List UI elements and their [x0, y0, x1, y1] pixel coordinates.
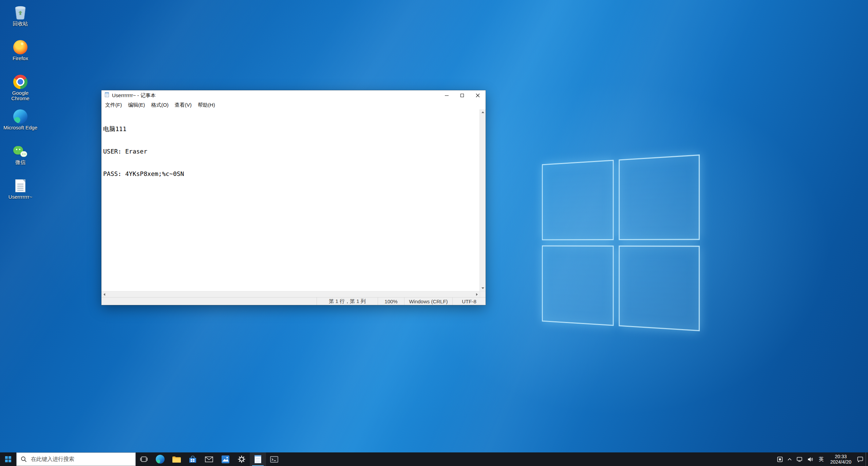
- clock-date: 2024/4/20: [830, 459, 851, 465]
- desktop-icon-column: 回收站 Firefox Google Chrome Microsoft Edge…: [3, 5, 38, 208]
- windows-logo-pane: [619, 246, 700, 331]
- notepad-app-icon: [104, 92, 110, 99]
- minimize-icon: [445, 95, 449, 96]
- search-icon: [21, 456, 27, 462]
- menu-item-file[interactable]: 文件(F): [102, 101, 125, 109]
- close-button[interactable]: [470, 90, 486, 101]
- settings-gear-icon: [238, 455, 246, 463]
- clock[interactable]: 20:33 2024/4/20: [827, 452, 855, 466]
- windows-logo-pane: [542, 246, 614, 326]
- show-desktop-button[interactable]: [866, 452, 868, 466]
- chevron-up-icon: [788, 458, 792, 461]
- network-button[interactable]: [794, 452, 805, 466]
- text-line: PASS: 4YKsP8xem;%c~0SN: [103, 170, 479, 178]
- photos-button[interactable]: [217, 452, 233, 466]
- file-explorer-icon: [172, 456, 181, 463]
- notepad-icon: [254, 455, 261, 463]
- status-zoom-level: 100%: [378, 298, 404, 305]
- desktop-icon-label: 微信: [15, 160, 25, 165]
- horizontal-scrollbar[interactable]: [101, 291, 480, 297]
- windows-logo-pane: [542, 160, 614, 240]
- hidden-icons-button[interactable]: [785, 452, 794, 466]
- text-file-icon: [13, 178, 28, 194]
- maximize-button[interactable]: [454, 90, 470, 101]
- windows-logo-pane: [619, 155, 700, 240]
- action-center-icon: [857, 456, 863, 462]
- wechat-icon: [13, 143, 28, 159]
- start-button[interactable]: [0, 452, 16, 466]
- menu-item-help[interactable]: 帮助(H): [195, 101, 218, 109]
- settings-button[interactable]: [233, 452, 250, 466]
- desktop-icon-wechat[interactable]: 微信: [3, 143, 38, 173]
- action-center-button[interactable]: [855, 452, 866, 466]
- desktop-icon-edge[interactable]: Microsoft Edge: [3, 109, 38, 139]
- tray-app-icon: [777, 456, 783, 462]
- arrow-left-icon: [103, 293, 105, 296]
- desktop-icon-label: Firefox: [13, 56, 28, 61]
- mail-button[interactable]: [201, 452, 217, 466]
- windows-logo: [542, 155, 700, 331]
- ime-language-indicator[interactable]: 英: [816, 452, 827, 466]
- search-input[interactable]: [30, 456, 131, 463]
- menu-item-edit[interactable]: 编辑(E): [125, 101, 148, 109]
- windows-start-icon: [5, 456, 11, 462]
- status-encoding: UTF-8: [452, 298, 486, 305]
- arrow-right-icon: [476, 293, 478, 296]
- desktop-icon-label: Userrrrrrr~: [8, 194, 32, 200]
- scrollbar-corner: [480, 291, 486, 297]
- task-view-icon: [140, 456, 148, 462]
- status-cursor-position: 第 1 行，第 1 列: [317, 298, 378, 305]
- firefox-icon: [13, 39, 28, 55]
- status-line-ending: Windows (CRLF): [404, 298, 452, 305]
- volume-button[interactable]: [805, 452, 816, 466]
- window-caption-buttons: [439, 90, 486, 101]
- store-icon: [189, 456, 196, 463]
- photos-icon: [221, 455, 230, 464]
- chrome-icon: [13, 74, 28, 90]
- notepad-taskbar-button[interactable]: [250, 452, 266, 466]
- edge-taskbar-button[interactable]: [152, 452, 168, 466]
- menu-item-format[interactable]: 格式(O): [148, 101, 172, 109]
- mail-icon: [205, 456, 213, 462]
- notepad-window: Userrrrrrr~ - 记事本 文件(F) 编辑(E) 格式(O) 查看(V: [101, 90, 486, 305]
- taskbar-spacer: [282, 452, 775, 466]
- volume-icon: [807, 457, 813, 462]
- status-spacer: [101, 298, 317, 305]
- edge-icon: [156, 455, 165, 464]
- minimize-button[interactable]: [439, 90, 454, 101]
- task-view-button[interactable]: [136, 452, 152, 466]
- desktop-icon-recycle-bin[interactable]: 回收站: [3, 5, 38, 35]
- file-explorer-button[interactable]: [168, 452, 185, 466]
- system-tray: 英 20:33 2024/4/20: [775, 452, 868, 466]
- desktop-icon-firefox[interactable]: Firefox: [3, 39, 38, 69]
- maximize-icon: [460, 94, 464, 97]
- store-button[interactable]: [185, 452, 201, 466]
- network-icon: [796, 457, 803, 462]
- clock-time: 20:33: [835, 454, 847, 459]
- status-bar: 第 1 行，第 1 列 100% Windows (CRLF) UTF-8: [101, 297, 486, 305]
- desktop: 回收站 Firefox Google Chrome Microsoft Edge…: [0, 0, 868, 452]
- scroll-right-button[interactable]: [474, 291, 480, 297]
- notepad-title-bar[interactable]: Userrrrrrr~ - 记事本: [101, 90, 486, 101]
- edit-area[interactable]: 电脑111 USER: Eraser PASS: 4YKsP8xem;%c~0S…: [101, 109, 479, 291]
- edge-icon: [13, 109, 28, 124]
- menu-item-view[interactable]: 查看(V): [172, 101, 195, 109]
- window-title: Userrrrrrr~ - 记事本: [112, 92, 156, 99]
- scroll-up-button[interactable]: [480, 109, 486, 115]
- vertical-scrollbar[interactable]: [479, 109, 486, 291]
- arrow-up-icon: [482, 111, 484, 113]
- desktop-icon-label: Microsoft Edge: [3, 125, 37, 130]
- menu-bar: 文件(F) 编辑(E) 格式(O) 查看(V) 帮助(H): [101, 101, 486, 109]
- text-line: USER: Eraser: [103, 148, 479, 155]
- desktop-icon-label: Google Chrome: [3, 90, 38, 101]
- scroll-down-button[interactable]: [480, 285, 486, 291]
- search-box[interactable]: [16, 452, 136, 466]
- terminal-button[interactable]: [266, 452, 282, 466]
- desktop-icon-user-file[interactable]: Userrrrrrr~: [3, 178, 38, 208]
- text-line: 电脑111: [103, 125, 479, 133]
- scroll-left-button[interactable]: [101, 291, 107, 297]
- taskbar: 英 20:33 2024/4/20: [0, 452, 868, 466]
- desktop-icon-label: 回收站: [13, 21, 28, 26]
- tray-app-button[interactable]: [775, 452, 785, 466]
- desktop-icon-chrome[interactable]: Google Chrome: [3, 74, 38, 104]
